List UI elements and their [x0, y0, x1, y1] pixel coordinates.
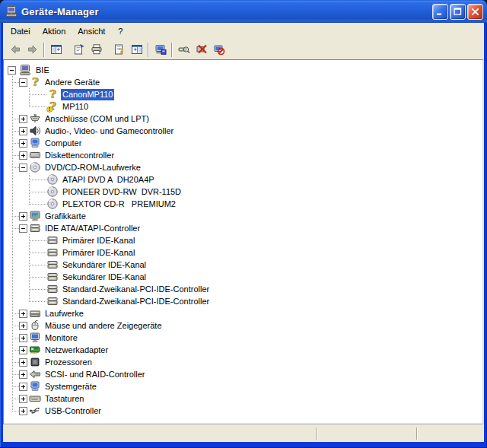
tree-item-label[interactable]: CanonMP110 — [61, 89, 114, 100]
title-bar[interactable]: Geräte-Manager — [0, 0, 487, 23]
tree-item-label[interactable]: Andere Geräte — [43, 77, 101, 88]
tree-item-label[interactable]: IDE ATA/ATAPI-Controller — [43, 223, 142, 234]
minimize-button[interactable] — [432, 4, 448, 20]
tree-item-audio-video-und-gamecontroller[interactable]: Audio-, Video- und Gamecontroller — [4, 125, 482, 137]
disable-device-button[interactable] — [193, 41, 210, 58]
menu-item-ansicht[interactable]: Ansicht — [72, 24, 111, 38]
tree-item-label[interactable]: Sekundärer IDE-Kanal — [61, 259, 148, 271]
tree-item-dvd-cd-rom-laufwerke[interactable]: DVD/CD-ROM-Laufwerke — [4, 161, 482, 173]
close-button[interactable] — [467, 4, 483, 20]
expand-toggle[interactable] — [19, 358, 27, 367]
tree-item-anschlüsse-com-und-lpt[interactable]: Anschlüsse (COM und LPT) — [4, 113, 482, 125]
tree-item-standard-zweikanal-pci-ide-controller[interactable]: Standard-Zweikanal-PCI-IDE-Controller — [4, 283, 482, 295]
expand-toggle[interactable] — [19, 212, 27, 221]
expand-toggle[interactable] — [19, 334, 27, 342]
tree-item-andere-geräte[interactable]: ??Andere Geräte — [4, 76, 482, 88]
collapse-toggle[interactable] — [19, 78, 27, 87]
properties-button[interactable] — [70, 41, 88, 58]
help-button[interactable]: ? — [110, 41, 128, 58]
expand-toggle[interactable] — [19, 346, 27, 354]
tree-item-diskettencontroller[interactable]: Diskettencontroller — [4, 149, 482, 161]
collapse-toggle[interactable] — [8, 66, 16, 75]
scan-hardware-changes-button[interactable] — [175, 41, 193, 58]
tree-item-label[interactable]: Netzwerkadapter — [43, 345, 110, 356]
svg-text:!: ! — [49, 106, 50, 112]
tree-item-label[interactable]: Tastaturen — [43, 393, 85, 405]
tree-group: ??CanonMP110??!MP110 — [4, 88, 482, 113]
tree-item-label[interactable]: Sekundärer IDE-Kanal — [61, 272, 148, 283]
tree-item-mp110[interactable]: ??!MP110 — [4, 100, 482, 113]
tree-item-monitore[interactable]: Monitore — [4, 332, 482, 344]
expand-toggle[interactable] — [19, 310, 27, 318]
tree-item-standard-zweikanal-pci-ide-controller[interactable]: Standard-Zweikanal-PCI-IDE-Controller — [4, 295, 482, 307]
tree-item-atapi-dvd-a-dh20a4p[interactable]: ATAPI DVD A DH20A4P — [4, 173, 482, 186]
tree-item-ide-ata-atapi-controller[interactable]: IDE ATA/ATAPI-Controller — [4, 222, 482, 234]
expand-toggle[interactable] — [19, 370, 27, 379]
expand-toggle[interactable] — [19, 151, 27, 160]
properties-icon — [73, 43, 85, 56]
tree-item-label[interactable]: Systemgeräte — [43, 381, 98, 392]
tree-item-label[interactable]: Grafikkarte — [43, 211, 88, 222]
tree-item-usb-controller[interactable]: USB-Controller — [4, 405, 482, 417]
expand-toggle[interactable] — [19, 115, 27, 123]
tree-item-canonmp110[interactable]: ??CanonMP110 — [4, 88, 482, 100]
tree-item-mäuse-und-andere-zeigegeräte[interactable]: Mäuse und andere Zeigegeräte — [4, 319, 482, 332]
tree-item-label[interactable]: SCSI- und RAID-Controller — [43, 369, 146, 380]
tree-item-tastaturen[interactable]: Tastaturen — [4, 392, 482, 405]
tree-item-label[interactable]: PLEXTOR CD-R PREMIUM2 — [61, 199, 177, 210]
disk-controller-icon — [29, 149, 41, 161]
update-driver-button[interactable] — [151, 41, 169, 58]
menu-item-datei[interactable]: Datei — [5, 24, 37, 38]
tree-item-primärer-ide-kanal[interactable]: Primärer IDE-Kanal — [4, 234, 482, 246]
tree-item-label[interactable]: Audio-, Video- und Gamecontroller — [43, 126, 175, 137]
menu-item-[interactable]: ? — [111, 24, 129, 38]
tree-item-label[interactable]: Mäuse und andere Zeigegeräte — [43, 320, 164, 332]
tree-item-laufwerke[interactable]: Laufwerke — [4, 307, 482, 319]
tree-item-pioneer-dvd-rw-dvr-115d[interactable]: PIONEER DVD-RW DVR-115D — [4, 186, 482, 198]
maximize-button[interactable] — [450, 4, 466, 20]
tree-item-systemgeräte[interactable]: Systemgeräte — [4, 380, 482, 392]
tree-item-grafikkarte[interactable]: Grafikkarte — [4, 210, 482, 222]
tree-item-label[interactable]: Standard-Zweikanal-PCI-IDE-Controller — [61, 284, 211, 295]
tree-item-prozessoren[interactable]: Prozessoren — [4, 356, 482, 368]
print-button[interactable] — [88, 41, 105, 58]
tree-item-scsi-und-raid-controller[interactable]: SCSI- und RAID-Controller — [4, 368, 482, 380]
tree-item-primärer-ide-kanal[interactable]: Primärer IDE-Kanal — [4, 246, 482, 259]
tree-item-plextor-cd-r-premium2[interactable]: PLEXTOR CD-R PREMIUM2 — [4, 198, 482, 210]
tree-item-label[interactable]: Primärer IDE-Kanal — [61, 235, 136, 246]
tree-item-label[interactable]: Primärer IDE-Kanal — [61, 247, 136, 259]
scsi-controller-icon — [29, 368, 41, 380]
tree-item-label[interactable]: PIONEER DVD-RW DVR-115D — [61, 186, 183, 198]
tree-item-label[interactable]: Monitore — [43, 332, 79, 344]
tree-item-label[interactable]: BIE — [34, 65, 51, 76]
menu-item-aktion[interactable]: Aktion — [37, 24, 72, 38]
expand-toggle[interactable] — [19, 127, 27, 135]
tree-item-netzwerkadapter[interactable]: Netzwerkadapter — [4, 344, 482, 356]
tree-item-label[interactable]: Laufwerke — [43, 308, 85, 319]
collapse-toggle[interactable] — [19, 164, 27, 172]
tree-item-label[interactable]: ATAPI DVD A DH20A4P — [61, 174, 156, 186]
tree-item-label[interactable]: USB-Controller — [43, 405, 103, 417]
network-adapter-icon — [29, 344, 41, 356]
expand-toggle[interactable] — [19, 395, 27, 403]
tree-item-bie[interactable]: BIE — [4, 64, 482, 76]
back-icon — [9, 43, 21, 56]
show-action-pane-button[interactable] — [128, 41, 145, 58]
expand-toggle[interactable] — [19, 139, 27, 148]
tree-item-computer[interactable]: Computer — [4, 137, 482, 149]
tree-item-label[interactable]: Computer — [43, 138, 83, 149]
tree-item-label[interactable]: Prozessoren — [43, 357, 94, 368]
tree-item-sekundärer-ide-kanal[interactable]: Sekundärer IDE-Kanal — [4, 271, 482, 283]
tree-item-label[interactable]: MP110 — [61, 101, 90, 113]
tree-item-label[interactable]: Anschlüsse (COM und LPT) — [43, 113, 151, 125]
collapse-toggle[interactable] — [19, 224, 27, 233]
show-console-tree-button[interactable] — [47, 41, 65, 58]
tree-item-label[interactable]: Diskettencontroller — [43, 150, 116, 161]
expand-toggle[interactable] — [19, 407, 27, 415]
tree-item-label[interactable]: DVD/CD-ROM-Laufwerke — [43, 162, 142, 173]
expand-toggle[interactable] — [19, 383, 27, 391]
tree-item-sekundärer-ide-kanal[interactable]: Sekundärer IDE-Kanal — [4, 259, 482, 271]
tree-item-label[interactable]: Standard-Zweikanal-PCI-IDE-Controller — [61, 296, 211, 307]
uninstall-device-button[interactable] — [210, 41, 228, 58]
expand-toggle[interactable] — [19, 322, 27, 330]
